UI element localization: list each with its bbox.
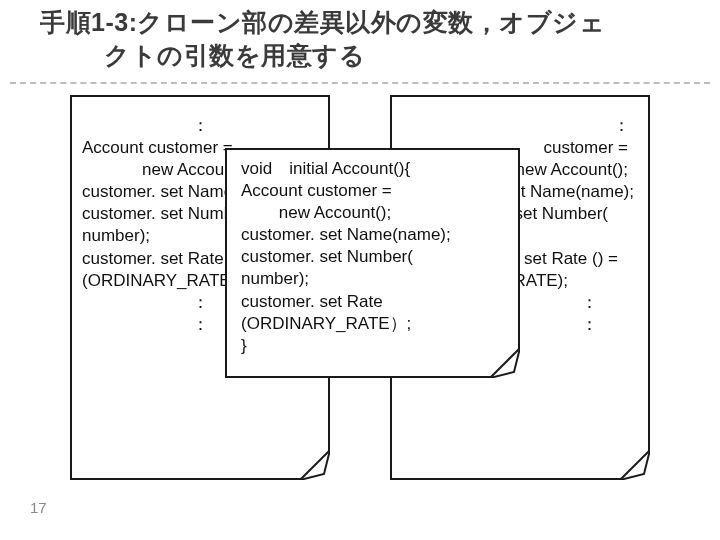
svg-marker-1	[620, 450, 650, 480]
code-line: ：	[402, 115, 638, 137]
code-line: customer. set Name(name);	[241, 224, 508, 246]
code-line: ：	[82, 115, 318, 137]
code-line: customer. set Number(	[241, 246, 508, 268]
slide-title: 手順1-3:クローン部の差異以外の変数，オブジェ クトの引数を用意する	[40, 6, 680, 71]
code-line: number);	[241, 268, 508, 290]
code-line: new Account();	[241, 202, 508, 224]
code-line: (ORDINARY_RATE）;	[241, 313, 508, 335]
svg-marker-0	[300, 450, 330, 480]
page-fold-icon	[622, 452, 650, 480]
code-line: }	[241, 335, 508, 357]
title-line-1: 手順1-3:クローン部の差異以外の変数，オブジェ	[40, 8, 605, 36]
title-line-2: クトの引数を用意する	[40, 41, 365, 69]
code-card-overlay: void initial Account(){ Account customer…	[225, 148, 520, 378]
title-underline	[10, 82, 710, 84]
page-fold-icon	[302, 452, 330, 480]
code-line: void initial Account(){	[241, 158, 508, 180]
page-number: 17	[30, 499, 47, 516]
code-line: customer. set Rate	[241, 291, 508, 313]
code-line: Account customer =	[241, 180, 508, 202]
